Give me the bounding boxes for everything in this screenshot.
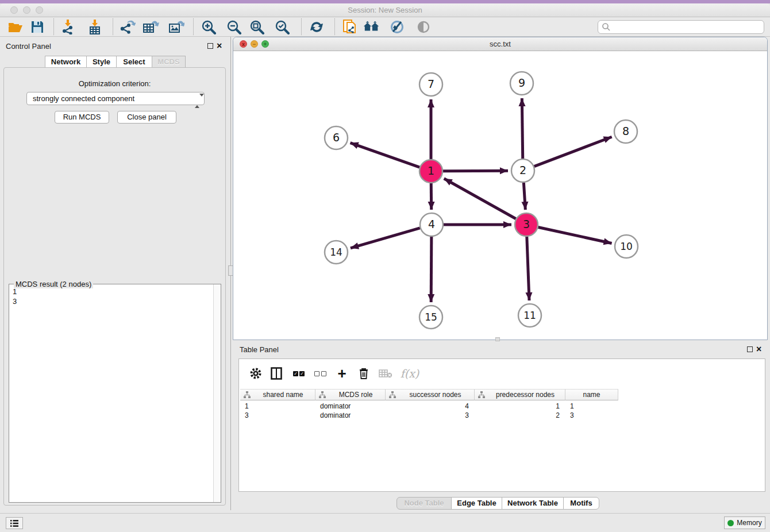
eye-icon[interactable] [415, 19, 432, 35]
graph-node-15[interactable]: 15 [419, 306, 442, 329]
clone-network-icon[interactable] [341, 19, 359, 35]
graph-node-label: 14 [330, 246, 342, 258]
task-history-button[interactable] [6, 517, 23, 529]
graph-edge-2-8[interactable] [534, 137, 612, 166]
function-builder-icon[interactable]: f(x) [400, 363, 419, 384]
tab-mcds[interactable]: MCDS [152, 56, 186, 68]
hierarchy-icon [318, 391, 326, 398]
column-label: shared name [251, 391, 315, 399]
cell-successor-nodes[interactable]: 4 [386, 402, 475, 411]
tab-network[interactable]: Network [45, 56, 87, 68]
graph-node-8[interactable]: 8 [614, 120, 637, 143]
table-panel-title: Table Panel [240, 345, 279, 354]
graph-edge-1-2[interactable] [443, 171, 508, 171]
tab-network-table[interactable]: Network Table [502, 497, 564, 510]
network-canvas[interactable]: 7968124314101511 [233, 52, 767, 340]
export-network-icon[interactable] [119, 19, 136, 35]
column-label: name [565, 391, 618, 399]
cell-shared-name[interactable]: 1 [240, 402, 315, 411]
export-image-icon[interactable] [168, 19, 185, 35]
open-session-icon[interactable] [7, 19, 24, 35]
close-table-panel-icon[interactable]: × [756, 345, 761, 353]
main-toolbar [0, 17, 770, 37]
cell-predecessor-nodes[interactable]: 2 [475, 411, 565, 420]
graph-edge-1-6[interactable] [351, 143, 420, 167]
memory-button[interactable]: Memory [724, 516, 765, 529]
tab-select[interactable]: Select [116, 56, 152, 68]
graph-edge-2-9[interactable] [522, 98, 522, 159]
graph-edge-3-1[interactable] [444, 179, 516, 219]
graph-edge-3-11[interactable] [527, 237, 529, 300]
graph-edge-2-3[interactable] [523, 183, 525, 210]
column-header-successor-nodes[interactable]: successor nodes [386, 389, 475, 400]
zoom-fit-icon[interactable] [248, 19, 265, 35]
import-table-icon[interactable] [86, 19, 103, 35]
graph-node-4[interactable]: 4 [420, 213, 443, 236]
delete-table-icon[interactable] [377, 363, 394, 384]
tab-edge-table[interactable]: Edge Table [451, 497, 502, 510]
import-network-icon[interactable] [60, 19, 77, 35]
tab-node-table[interactable]: Node Table [396, 497, 452, 510]
list-icon [10, 519, 19, 527]
column-header-predecessor-nodes[interactable]: predecessor nodes [475, 389, 565, 400]
close-panel-button[interactable]: Close panel [117, 111, 176, 124]
graph-node-11[interactable]: 11 [518, 304, 541, 327]
search-input[interactable] [598, 20, 764, 34]
zoom-selected-icon[interactable] [274, 19, 291, 35]
network-window-title: scc.txt [233, 37, 767, 51]
graph-edge-4-15[interactable] [431, 237, 432, 302]
graph-node-3[interactable]: 3 [515, 213, 538, 236]
main-titlebar: Session: New Session [0, 3, 770, 17]
cell-mcds-role[interactable]: dominator [315, 411, 386, 420]
column-label: predecessor nodes [486, 391, 565, 399]
export-table-icon[interactable] [143, 19, 160, 35]
refresh-icon[interactable] [308, 19, 325, 35]
graph-edge-4-14[interactable] [351, 228, 420, 248]
style-eraser-icon[interactable] [388, 19, 406, 35]
deselect-all-icon[interactable] [313, 363, 330, 384]
cell-shared-name[interactable]: 3 [240, 411, 315, 420]
cell-successor-nodes[interactable]: 3 [386, 411, 475, 420]
column-layout-icon[interactable] [269, 363, 284, 384]
cell-predecessor-nodes[interactable]: 1 [475, 402, 565, 411]
tab-motifs[interactable]: Motifs [563, 497, 599, 510]
control-panel-header: Control Panel × [0, 39, 230, 54]
cell-mcds-role[interactable]: dominator [315, 402, 386, 411]
result-scrollbar[interactable] [213, 284, 221, 502]
graph-node-9[interactable]: 9 [510, 72, 533, 95]
criterion-select[interactable]: strongly connected component [26, 92, 205, 105]
column-header-name[interactable]: name [565, 389, 618, 400]
cell-name[interactable]: 1 [565, 402, 618, 411]
graph-node-1[interactable]: 1 [419, 160, 442, 183]
application-window: Session: New Session [0, 0, 770, 532]
delete-column-icon[interactable] [356, 363, 371, 384]
graph-node-14[interactable]: 14 [325, 241, 348, 264]
hierarchy-icon [478, 391, 486, 398]
graph-node-label: 15 [425, 311, 437, 323]
graph-node-6[interactable]: 6 [325, 126, 348, 149]
column-header-mcds-role[interactable]: MCDS role [315, 389, 386, 400]
settings-gear-icon[interactable] [248, 363, 263, 384]
home-icon[interactable] [363, 19, 380, 35]
mcds-result-item: 1 [9, 287, 213, 296]
graph-node-label: 7 [428, 78, 434, 90]
horizontal-splitter-grip[interactable] [495, 337, 500, 341]
graph-edge-3-10[interactable] [538, 227, 612, 243]
toolbar-separator [301, 18, 302, 35]
graph-node-7[interactable]: 7 [419, 73, 442, 96]
add-column-icon[interactable]: + [334, 363, 349, 384]
select-all-icon[interactable]: ✓✓ [291, 363, 308, 384]
graph-node-10[interactable]: 10 [615, 235, 638, 258]
run-mcds-button[interactable]: Run MCDS [55, 111, 109, 124]
zoom-in-icon[interactable] [200, 19, 217, 35]
zoom-out-icon[interactable] [225, 19, 242, 35]
float-panel-icon[interactable] [207, 43, 213, 49]
float-table-panel-icon[interactable] [747, 346, 753, 352]
network-window-titlebar: x − + scc.txt [233, 37, 767, 51]
tab-style[interactable]: Style [86, 56, 117, 68]
save-session-icon[interactable] [29, 19, 46, 35]
close-panel-icon[interactable]: × [217, 42, 222, 50]
cell-name[interactable]: 3 [565, 411, 618, 420]
column-header-shared-name[interactable]: shared name [240, 389, 315, 400]
graph-node-2[interactable]: 2 [511, 159, 534, 182]
